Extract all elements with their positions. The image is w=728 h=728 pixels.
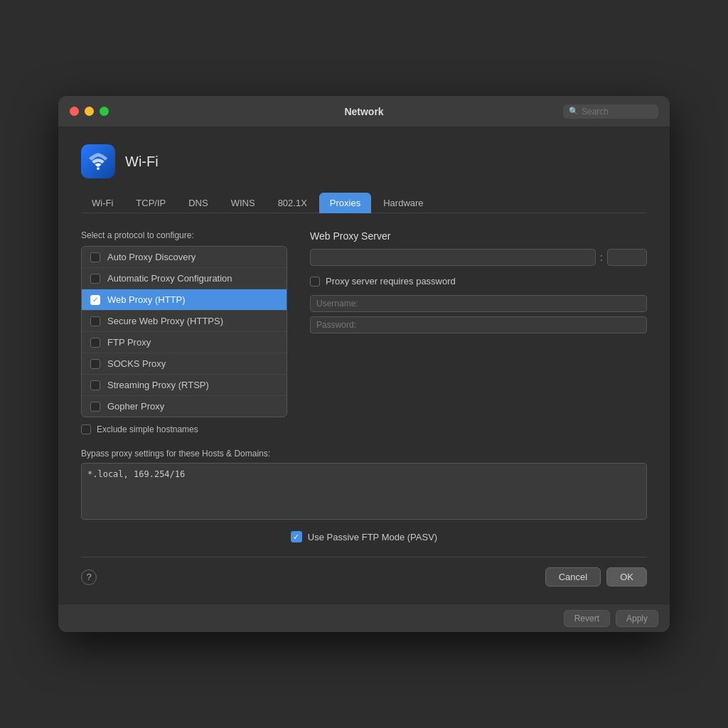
protocol-label-ftp-proxy: FTP Proxy [107, 337, 151, 348]
checkbox-gopher-proxy[interactable] [90, 402, 100, 412]
bypass-textarea[interactable]: *.local, 169.254/16 [81, 463, 647, 520]
checkbox-socks-proxy[interactable] [90, 359, 100, 369]
colon-separator: : [600, 252, 603, 263]
protocol-item-streaming-proxy[interactable]: Streaming Proxy (RTSP) [82, 375, 287, 396]
tab-dns[interactable]: DNS [178, 193, 218, 213]
username-input[interactable] [310, 295, 647, 312]
checkbox-exclude-hostnames[interactable] [81, 424, 91, 434]
title-bar: Network 🔍 [58, 96, 670, 127]
left-column: Select a protocol to configure: Auto Pro… [81, 230, 287, 434]
checkbox-secure-web-proxy[interactable] [90, 316, 100, 326]
cancel-button[interactable]: Cancel [545, 567, 601, 587]
password-row [310, 316, 647, 333]
right-column: Web Proxy Server : Proxy server requires… [310, 230, 647, 434]
checkbox-requires-password[interactable] [310, 277, 320, 287]
minimize-button[interactable] [85, 107, 94, 116]
ok-button[interactable]: OK [606, 567, 647, 587]
maximize-button[interactable] [100, 107, 109, 116]
protocol-list: Auto Proxy Discovery Automatic Proxy Con… [81, 246, 287, 417]
server-port-input[interactable] [607, 249, 647, 266]
wifi-icon-container [81, 144, 115, 178]
apply-button[interactable]: Apply [616, 610, 658, 627]
tab-proxies[interactable]: Proxies [319, 193, 371, 213]
server-address-input[interactable] [310, 249, 596, 266]
panel-title: Wi-Fi [125, 154, 159, 170]
wifi-icon [87, 151, 109, 172]
checkbox-streaming-proxy[interactable] [90, 380, 100, 390]
tabs-bar: Wi-Fi TCP/IP DNS WINS 802.1X Proxies Har… [81, 193, 647, 213]
main-content: Wi-Fi Wi-Fi TCP/IP DNS WINS 802.1X Proxi… [58, 127, 670, 604]
outer-bottom-bar: Revert Apply [58, 604, 670, 632]
tab-8021x[interactable]: 802.1X [267, 193, 318, 213]
checkbox-web-proxy-http[interactable] [90, 295, 100, 305]
exclude-row: Exclude simple hostnames [81, 424, 287, 434]
pasv-label: Use Passive FTP Mode (PASV) [308, 532, 437, 542]
proxies-panel: Select a protocol to configure: Auto Pro… [81, 230, 647, 434]
svg-point-0 [97, 167, 100, 170]
bottom-section: Bypass proxy settings for these Hosts & … [81, 449, 647, 542]
checkbox-ftp-proxy[interactable] [90, 338, 100, 348]
help-button[interactable]: ? [81, 569, 97, 585]
proxy-server-row: : [310, 249, 647, 266]
protocol-label-web-proxy-http: Web Proxy (HTTP) [107, 294, 186, 305]
tab-wins[interactable]: WINS [220, 193, 266, 213]
requires-password-row: Proxy server requires password [310, 276, 647, 287]
tab-tcpip[interactable]: TCP/IP [125, 193, 176, 213]
checkbox-auto-proxy-config[interactable] [90, 274, 100, 284]
traffic-lights [70, 107, 109, 116]
pasv-row: Use Passive FTP Mode (PASV) [81, 531, 647, 542]
select-protocol-label: Select a protocol to configure: [81, 230, 287, 240]
checkbox-pasv[interactable] [291, 531, 302, 542]
checkbox-auto-proxy-discovery[interactable] [90, 252, 100, 262]
protocol-item-auto-proxy-discovery[interactable]: Auto Proxy Discovery [82, 247, 287, 268]
outer-window: Network 🔍 Wi-Fi [58, 96, 670, 632]
requires-password-label: Proxy server requires password [326, 276, 456, 287]
search-bar[interactable]: 🔍 [563, 105, 658, 119]
protocol-label-socks-proxy: SOCKS Proxy [107, 358, 166, 369]
protocol-label-gopher-proxy: Gopher Proxy [107, 401, 164, 412]
tab-wifi[interactable]: Wi-Fi [81, 193, 124, 213]
bypass-label: Bypass proxy settings for these Hosts & … [81, 449, 647, 459]
exclude-label: Exclude simple hostnames [97, 424, 198, 434]
window-title: Network [344, 106, 383, 117]
protocol-item-socks-proxy[interactable]: SOCKS Proxy [82, 353, 287, 375]
protocol-item-secure-web-proxy[interactable]: Secure Web Proxy (HTTPS) [82, 311, 287, 332]
tab-hardware[interactable]: Hardware [373, 193, 434, 213]
server-section-title: Web Proxy Server [310, 230, 647, 242]
password-input[interactable] [310, 316, 647, 333]
protocol-item-gopher-proxy[interactable]: Gopher Proxy [82, 396, 287, 417]
desktop: Network 🔍 Wi-Fi [0, 0, 728, 728]
username-row [310, 295, 647, 312]
protocol-label-auto-proxy-config: Automatic Proxy Configuration [107, 273, 232, 284]
action-row: ? Cancel OK [81, 557, 647, 587]
protocol-label-auto-proxy-discovery: Auto Proxy Discovery [107, 252, 196, 262]
protocol-item-web-proxy-http[interactable]: Web Proxy (HTTP) [82, 289, 287, 311]
protocol-item-ftp-proxy[interactable]: FTP Proxy [82, 332, 287, 353]
search-input[interactable] [582, 107, 653, 117]
panel-header: Wi-Fi [81, 144, 647, 178]
protocol-label-streaming-proxy: Streaming Proxy (RTSP) [107, 380, 209, 390]
revert-button[interactable]: Revert [564, 610, 610, 627]
protocol-label-secure-web-proxy: Secure Web Proxy (HTTPS) [107, 316, 223, 326]
search-icon: 🔍 [569, 107, 579, 116]
protocol-item-auto-proxy-config[interactable]: Automatic Proxy Configuration [82, 268, 287, 289]
close-button[interactable] [70, 107, 79, 116]
